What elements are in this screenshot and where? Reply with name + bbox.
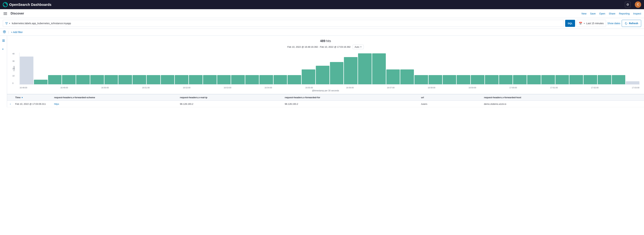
histogram-bar[interactable] <box>556 75 569 84</box>
histogram-bar[interactable] <box>48 75 62 84</box>
histogram-bar[interactable] <box>485 75 498 84</box>
bar-group[interactable] <box>231 53 245 84</box>
url-column-header[interactable]: url <box>421 96 484 99</box>
bar-group[interactable] <box>457 53 470 84</box>
bar-group[interactable] <box>48 53 62 84</box>
histogram-bar[interactable] <box>414 75 428 84</box>
bar-group[interactable] <box>570 53 583 84</box>
bar-group[interactable] <box>203 53 217 84</box>
histogram-bar[interactable] <box>513 75 527 84</box>
bar-group[interactable] <box>104 53 118 84</box>
histogram-bar[interactable] <box>260 75 273 84</box>
histogram-bar[interactable] <box>570 75 583 84</box>
bar-group[interactable] <box>245 53 259 84</box>
bar-group[interactable] <box>400 53 414 84</box>
bar-group[interactable] <box>34 53 48 84</box>
bar-group[interactable] <box>90 53 104 84</box>
bar-group[interactable] <box>372 53 386 84</box>
bar-group[interactable] <box>189 53 202 84</box>
histogram-bar[interactable] <box>20 56 34 84</box>
bar-group[interactable] <box>626 53 640 84</box>
field-list-icon[interactable] <box>1 38 6 44</box>
bar-group[interactable] <box>612 53 626 84</box>
bar-group[interactable] <box>344 53 358 84</box>
bar-group[interactable] <box>471 53 484 84</box>
histogram-bar[interactable] <box>231 75 245 84</box>
scheme-column-header[interactable]: request-headers.x-forwarded-scheme <box>54 96 180 99</box>
inspect-link[interactable]: Inspect <box>633 12 641 15</box>
histogram-bar[interactable] <box>217 75 231 84</box>
open-link[interactable]: Open <box>599 12 605 15</box>
host-column-header[interactable]: request-headers.x-forwarded-host <box>484 96 641 99</box>
avatar[interactable]: C <box>635 2 641 8</box>
add-filter-button[interactable]: + Add filter <box>11 31 23 34</box>
histogram-bar[interactable] <box>541 75 555 84</box>
histogram-bar[interactable] <box>34 80 48 84</box>
histogram-bar[interactable] <box>161 75 174 84</box>
auto-select[interactable]: Auto ▼ <box>352 45 364 49</box>
histogram-bar[interactable] <box>90 75 104 84</box>
bar-group[interactable] <box>598 53 611 84</box>
share-link[interactable]: Share <box>609 12 615 15</box>
bar-group[interactable] <box>358 53 372 84</box>
settings-icon[interactable]: ⚙ <box>625 2 630 8</box>
sidebar-toggle-icon[interactable] <box>1 46 6 52</box>
hamburger-button[interactable] <box>3 12 8 16</box>
histogram-bar[interactable] <box>203 75 217 84</box>
save-link[interactable]: Save <box>590 12 596 15</box>
time-column-header[interactable]: Time ▼ <box>15 96 54 99</box>
bar-group[interactable] <box>217 53 231 84</box>
histogram-bar[interactable] <box>499 75 513 84</box>
bar-group[interactable] <box>161 53 174 84</box>
bar-group[interactable] <box>485 53 498 84</box>
bar-group[interactable] <box>584 53 597 84</box>
real-ip-column-header[interactable]: request-headers.x-real-ip <box>180 96 285 99</box>
histogram-bar[interactable] <box>147 75 160 84</box>
show-dates-button[interactable]: Show dates <box>608 22 620 25</box>
histogram-bar[interactable] <box>443 75 456 84</box>
bar-group[interactable] <box>414 53 428 84</box>
histogram-bar[interactable] <box>400 70 414 84</box>
histogram-bar[interactable] <box>245 75 259 84</box>
bar-group[interactable] <box>556 53 569 84</box>
bar-group[interactable] <box>118 53 132 84</box>
bar-group[interactable] <box>76 53 90 84</box>
histogram-bar[interactable] <box>132 75 146 84</box>
bar-group[interactable] <box>62 53 76 84</box>
histogram-bar[interactable] <box>274 75 287 84</box>
histogram-bar[interactable] <box>175 75 188 84</box>
histogram-bar[interactable] <box>62 75 76 84</box>
bar-group[interactable] <box>288 53 301 84</box>
bar-group[interactable] <box>175 53 188 84</box>
bar-group[interactable] <box>274 53 287 84</box>
search-type-toggle[interactable]: ▼ <box>5 22 10 25</box>
histogram-bar[interactable] <box>598 75 611 84</box>
histogram-bar[interactable] <box>428 75 442 84</box>
histogram-bar[interactable] <box>457 75 470 84</box>
bar-group[interactable] <box>316 53 330 84</box>
histogram-bar[interactable] <box>330 62 344 84</box>
histogram-bar[interactable] <box>372 53 386 84</box>
forwarded-column-header[interactable]: request-headers.x-forwarded-for <box>285 96 421 99</box>
bar-group[interactable] <box>527 53 541 84</box>
bar-group[interactable] <box>132 53 146 84</box>
histogram-bar[interactable] <box>302 70 315 84</box>
bar-group[interactable] <box>302 53 315 84</box>
bar-group[interactable] <box>330 53 344 84</box>
histogram-bar[interactable] <box>386 70 400 84</box>
bar-group[interactable] <box>386 53 400 84</box>
bar-group[interactable] <box>513 53 527 84</box>
histogram-bar[interactable] <box>612 75 626 84</box>
new-link[interactable]: New <box>582 12 586 15</box>
reporting-link[interactable]: Reporting <box>619 12 630 15</box>
histogram-bar[interactable] <box>118 75 132 84</box>
histogram-bar[interactable] <box>189 75 202 84</box>
histogram-bar[interactable] <box>471 75 484 84</box>
bar-group[interactable] <box>443 53 456 84</box>
expand-row-button[interactable]: › <box>10 102 15 105</box>
dql-button[interactable]: DQL <box>565 20 575 27</box>
histogram-bar[interactable] <box>104 75 118 84</box>
histogram-bar[interactable] <box>288 75 301 84</box>
histogram-bar[interactable] <box>316 66 330 84</box>
bar-group[interactable] <box>260 53 273 84</box>
